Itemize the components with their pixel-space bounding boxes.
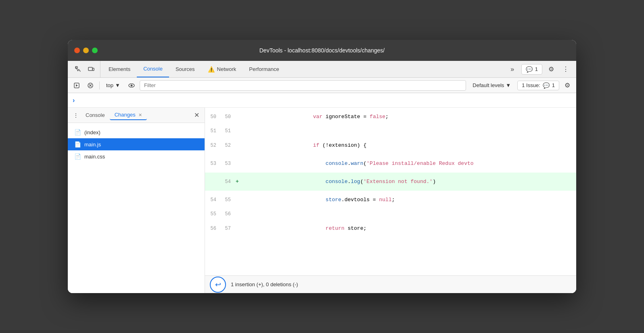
- summary-text: 1 insertion (+), 0 deletions (-): [231, 281, 298, 287]
- js-file-icon: 📄: [74, 141, 81, 148]
- tab-network[interactable]: ⚠️ Network: [201, 61, 243, 77]
- issues-chat-icon: 💬: [543, 82, 550, 89]
- tab-icon-group: [69, 61, 100, 77]
- console-toolbar: top ▼ Default levels ▼ 1 Issue: 💬 1 ⚙: [68, 78, 576, 93]
- inspect-icon[interactable]: [73, 64, 84, 75]
- table-row: 52 52 if (!extension) {: [205, 136, 576, 154]
- more-menu-icon[interactable]: ⋮: [560, 64, 571, 75]
- panel-right: 50 50 var ignoreState = false; 51: [205, 108, 576, 293]
- file-item-main-js[interactable]: 📄 main.js: [68, 138, 205, 150]
- table-row: 56 57 return store;: [205, 219, 576, 237]
- table-row: 55 56: [205, 209, 576, 219]
- code-table: 50 50 var ignoreState = false; 51: [205, 108, 576, 237]
- console-settings-icon[interactable]: ⚙: [562, 80, 573, 91]
- top-dropdown[interactable]: top ▼: [103, 81, 123, 89]
- window-title: DevTools - localhost:8080/docs/devtools/…: [259, 47, 385, 54]
- console-prompt-row: ›: [68, 93, 576, 108]
- svg-point-9: [130, 84, 132, 86]
- maximize-button[interactable]: [92, 48, 98, 53]
- html-file-icon: 📄: [74, 129, 81, 135]
- levels-chevron-icon: ▼: [506, 82, 511, 88]
- more-tabs-button[interactable]: »: [507, 64, 518, 75]
- issues-badge[interactable]: 1 Issue: 💬 1: [517, 81, 559, 90]
- chat-icon: 💬: [526, 66, 533, 73]
- tab-sources[interactable]: Sources: [169, 61, 201, 77]
- panel-body: ⋮ Console Changes ✕ ✕ 📄: [68, 108, 576, 293]
- warning-icon: ⚠️: [208, 66, 215, 73]
- drawer-menu-icon[interactable]: ⋮: [71, 110, 81, 120]
- drawer-close-button[interactable]: ✕: [192, 110, 201, 120]
- filter-input[interactable]: [140, 80, 466, 91]
- panel-left: ⋮ Console Changes ✕ ✕ 📄: [68, 108, 205, 293]
- minimize-button[interactable]: [83, 48, 89, 53]
- close-button[interactable]: [74, 48, 80, 53]
- code-area: 50 50 var ignoreState = false; 51: [205, 108, 576, 275]
- run-button[interactable]: [71, 80, 82, 91]
- file-item-index[interactable]: 📄 (index): [68, 126, 205, 138]
- tab-performance[interactable]: Performance: [243, 61, 285, 77]
- tab-changes-close[interactable]: ✕: [138, 112, 142, 117]
- main-tabs-bar: Elements Console Sources ⚠️ Network Perf…: [68, 61, 576, 78]
- tab-console[interactable]: Console: [137, 61, 169, 77]
- titlebar: DevTools - localhost:8080/docs/devtools/…: [68, 40, 576, 61]
- file-item-main-css[interactable]: 📄 main.css: [68, 150, 205, 162]
- bottom-bar: ↩ 1 insertion (+), 0 deletions (-): [205, 275, 576, 293]
- table-row: 53 53 console.warn('Please install/enabl…: [205, 154, 576, 173]
- css-file-icon: 📄: [74, 153, 81, 160]
- svg-rect-2: [92, 68, 94, 71]
- chevron-down-icon: ▼: [115, 82, 120, 88]
- table-row: 54 55 store.devtools = null;: [205, 191, 576, 209]
- svg-marker-4: [76, 84, 78, 87]
- file-list: 📄 (index) 📄 main.js 📄 main.css: [68, 123, 205, 293]
- default-levels-dropdown[interactable]: Default levels ▼: [468, 81, 515, 89]
- table-row: 51 51: [205, 126, 576, 136]
- toolbar-divider: [99, 81, 100, 89]
- prompt-chevron-icon[interactable]: ›: [73, 97, 75, 104]
- devtools-window: DevTools - localhost:8080/docs/devtools/…: [68, 40, 576, 293]
- table-row-added: 54 + console.log('Extension not found.'): [205, 173, 576, 191]
- revert-button[interactable]: ↩: [210, 277, 226, 293]
- notifications-badge[interactable]: 💬 1: [521, 64, 542, 75]
- svg-rect-1: [88, 67, 92, 71]
- tab-elements[interactable]: Elements: [102, 61, 137, 77]
- eye-icon[interactable]: [126, 80, 137, 91]
- drawer-header: ⋮ Console Changes ✕ ✕: [68, 108, 205, 123]
- traffic-lights: [74, 48, 98, 53]
- table-row: 50 50 var ignoreState = false;: [205, 108, 576, 126]
- tab-console-drawer[interactable]: Console: [81, 110, 110, 120]
- device-toggle-icon[interactable]: [86, 64, 97, 75]
- devtools-container: Elements Console Sources ⚠️ Network Perf…: [68, 61, 576, 293]
- tabs-right: » 💬 1 ⚙ ⋮: [507, 64, 575, 75]
- settings-icon[interactable]: ⚙: [546, 64, 557, 75]
- tab-changes-drawer[interactable]: Changes ✕: [110, 110, 147, 120]
- clear-button[interactable]: [85, 80, 96, 91]
